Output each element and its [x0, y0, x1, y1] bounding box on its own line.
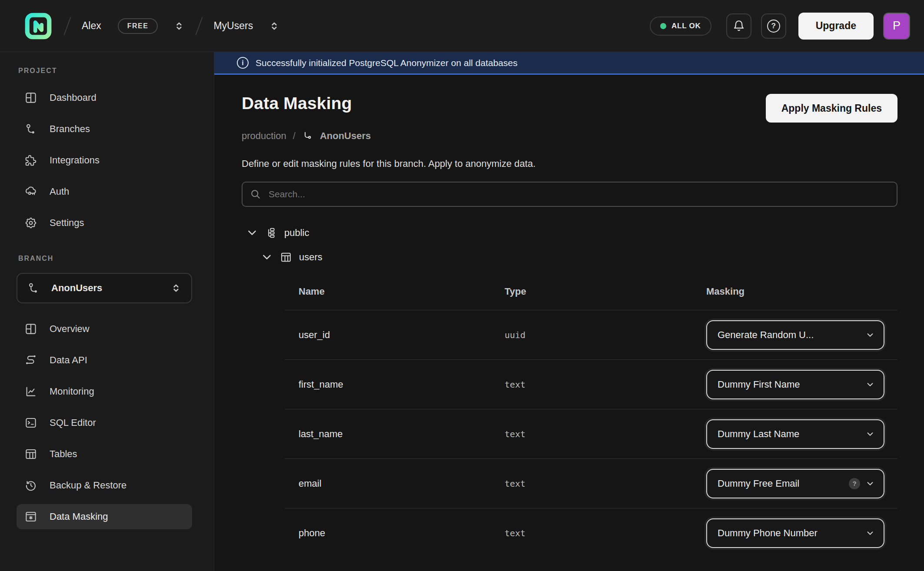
schema-tree: public users — [242, 227, 897, 263]
column-name: email — [285, 478, 505, 489]
column-type: text — [505, 379, 706, 390]
breadcrumb-parent[interactable]: production — [242, 130, 286, 142]
org-name[interactable]: Alex — [82, 20, 101, 32]
masking-rule-select[interactable]: Dummy Phone Number — [706, 518, 884, 548]
column-name: phone — [285, 528, 505, 539]
sidebar-item-label: Integrations — [50, 155, 100, 166]
masking-rule-select[interactable]: Dummy First Name — [706, 370, 884, 399]
table-row: phone text Dummy Phone Number — [285, 508, 897, 558]
column-type: uuid — [505, 330, 706, 340]
branch-selector[interactable]: AnonUsers — [17, 273, 192, 303]
status-text: ALL OK — [671, 22, 701, 30]
gear-icon — [24, 216, 37, 229]
column-header-masking: Masking — [706, 286, 897, 297]
apply-masking-rules-button[interactable]: Apply Masking Rules — [766, 94, 897, 123]
tree-node-schema[interactable]: public — [246, 227, 897, 239]
sidebar-item-label: Auth — [50, 186, 69, 197]
sidebar-section-branch: BRANCH — [17, 255, 192, 262]
masking-rule-value: Dummy Phone Number — [718, 528, 860, 539]
sidebar-item-sql-editor[interactable]: SQL Editor — [17, 410, 192, 435]
sidebar-item-branches[interactable]: Branches — [17, 116, 192, 142]
masking-rule-select[interactable]: Generate Random U... — [706, 320, 884, 350]
chevron-down-icon[interactable] — [261, 251, 273, 263]
chevron-down-icon — [865, 429, 875, 439]
sidebar-section-project: PROJECT — [17, 67, 192, 75]
route-icon — [24, 354, 37, 367]
table-header-row: Name Type Masking — [285, 273, 897, 310]
sidebar-item-data-api[interactable]: Data API — [17, 348, 192, 373]
project-switcher-chevrons-icon[interactable] — [269, 20, 280, 32]
chevron-down-icon[interactable] — [246, 227, 258, 239]
sidebar-item-label: Tables — [50, 448, 77, 460]
sidebar: PROJECT Dashboard Branches Integrations … — [0, 52, 214, 571]
chevron-down-icon — [865, 528, 875, 538]
table-row: first_name text Dummy First Name — [285, 359, 897, 409]
column-name: user_id — [285, 329, 505, 341]
breadcrumb: production / AnonUsers — [242, 130, 897, 142]
help-button[interactable]: ? — [761, 13, 786, 39]
sidebar-item-label: Monitoring — [50, 386, 94, 397]
sidebar-item-overview[interactable]: Overview — [17, 316, 192, 342]
terminal-icon — [24, 416, 37, 429]
table-name: users — [299, 252, 322, 263]
sidebar-item-label: SQL Editor — [50, 417, 96, 428]
top-header: Alex FREE MyUsers ALL OK ? Upgrade P — [0, 0, 924, 52]
upgrade-button[interactable]: Upgrade — [798, 13, 874, 40]
child-branch-icon — [302, 130, 313, 142]
header-separator — [64, 17, 71, 35]
chevron-down-icon — [865, 479, 875, 488]
masking-rule-select[interactable]: Dummy Free Email ? — [706, 469, 884, 498]
sidebar-item-dashboard[interactable]: Dashboard — [17, 85, 192, 110]
git-branch-icon — [24, 123, 37, 136]
user-avatar[interactable]: P — [883, 13, 910, 40]
project-name[interactable]: MyUsers — [213, 20, 253, 32]
sidebar-item-settings[interactable]: Settings — [17, 210, 192, 236]
search-icon — [249, 188, 262, 200]
neon-logo-icon[interactable] — [23, 11, 53, 41]
mask-icon — [24, 510, 37, 523]
puzzle-icon — [24, 154, 37, 167]
table-row: user_id uuid Generate Random U... — [285, 310, 897, 359]
sidebar-item-backup-restore[interactable]: Backup & Restore — [17, 473, 192, 498]
column-type: text — [505, 429, 706, 439]
masking-rule-value: Dummy Last Name — [718, 428, 860, 440]
overview-icon — [24, 322, 37, 335]
sidebar-item-integrations[interactable]: Integrations — [17, 148, 192, 173]
sidebar-item-data-masking[interactable]: Data Masking — [17, 504, 192, 529]
plan-badge: FREE — [118, 18, 158, 34]
history-icon — [24, 479, 37, 492]
sidebar-item-auth[interactable]: Auth — [17, 179, 192, 204]
info-icon: i — [237, 57, 249, 69]
sidebar-item-label: Dashboard — [50, 92, 96, 103]
column-type: text — [505, 478, 706, 489]
chart-icon — [24, 385, 37, 398]
dashboard-icon — [24, 91, 37, 104]
chevron-down-icon — [865, 380, 875, 389]
column-type: text — [505, 528, 706, 538]
chevron-down-icon — [865, 330, 875, 340]
columns-table: Name Type Masking user_id uuid Generate … — [285, 273, 897, 558]
table-icon — [280, 251, 292, 263]
schema-name: public — [284, 227, 309, 239]
table-icon — [24, 448, 37, 461]
tree-node-table[interactable]: users — [261, 251, 897, 263]
banner-text: Successfully initialized PostgreSQL Anon… — [256, 58, 518, 68]
git-branch-icon — [27, 282, 40, 295]
help-icon: ? — [767, 20, 780, 33]
sidebar-item-label: Data API — [50, 355, 87, 366]
status-pill[interactable]: ALL OK — [650, 17, 711, 36]
notifications-button[interactable] — [726, 13, 751, 39]
bell-icon — [732, 20, 745, 33]
sidebar-item-label: Backup & Restore — [50, 480, 126, 491]
status-dot-icon — [660, 23, 666, 29]
help-badge-icon[interactable]: ? — [849, 478, 860, 489]
masking-rule-select[interactable]: Dummy Last Name — [706, 419, 884, 449]
org-switcher-chevrons-icon[interactable] — [173, 20, 185, 32]
sidebar-item-monitoring[interactable]: Monitoring — [17, 379, 192, 404]
search-bar — [242, 182, 897, 207]
sidebar-item-tables[interactable]: Tables — [17, 442, 192, 467]
search-input[interactable] — [242, 182, 897, 207]
sidebar-item-label: Settings — [50, 217, 84, 229]
sidebar-item-label: Overview — [50, 323, 90, 335]
column-header-type: Type — [505, 286, 706, 297]
